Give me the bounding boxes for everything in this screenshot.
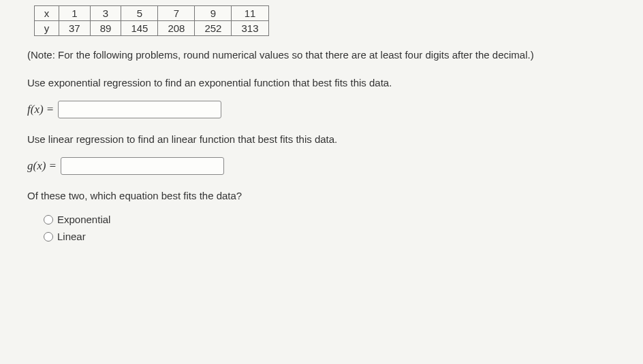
fx-label: f(x) =: [27, 103, 54, 116]
label-linear: Linear: [57, 231, 86, 242]
table-cell: 313: [232, 21, 268, 36]
table-cell: 5: [121, 6, 158, 21]
fx-input[interactable]: [58, 101, 221, 118]
gx-label: g(x) =: [27, 159, 57, 173]
table-cell: 3: [90, 6, 121, 21]
prompt-linear: Use linear regression to find an linear …: [27, 133, 616, 145]
table-cell: 1: [59, 6, 91, 21]
gx-equation-row: g(x) =: [27, 157, 616, 175]
option-exponential-row: Exponential: [44, 214, 616, 225]
table-cell: 7: [158, 6, 195, 21]
best-fit-options: Exponential Linear: [44, 214, 616, 242]
table-cell: 9: [195, 6, 232, 21]
radio-exponential[interactable]: [44, 215, 53, 225]
data-table: x 1 3 5 7 9 11 y 37 89 145 208 252 313: [34, 5, 269, 36]
table-cell: 11: [232, 6, 268, 21]
gx-input[interactable]: [61, 157, 224, 175]
option-linear-row: Linear: [44, 231, 616, 242]
note-text: (Note: For the following problems, round…: [27, 48, 616, 62]
table-cell: 208: [158, 21, 195, 36]
row-header-x: x: [35, 6, 59, 21]
table-row: x 1 3 5 7 9 11: [35, 6, 269, 21]
table-cell: 37: [59, 21, 91, 36]
table-cell: 145: [121, 21, 158, 36]
row-header-y: y: [35, 21, 59, 36]
table-cell: 252: [195, 21, 232, 36]
label-exponential: Exponential: [57, 214, 110, 225]
fx-equation-row: f(x) =: [27, 101, 616, 118]
prompt-exponential: Use exponential regression to find an ex…: [27, 77, 616, 88]
table-row: y 37 89 145 208 252 313: [35, 21, 269, 36]
table-cell: 89: [90, 21, 121, 36]
radio-linear[interactable]: [44, 232, 53, 242]
prompt-best-fit: Of these two, which equation best fits t…: [27, 190, 616, 201]
